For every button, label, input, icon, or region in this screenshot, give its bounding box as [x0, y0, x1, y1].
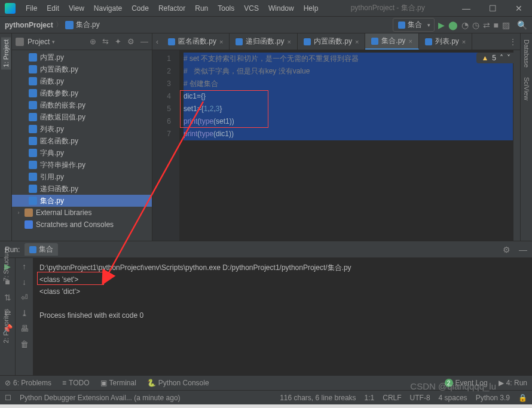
menu-tools[interactable]: Tools [213, 2, 239, 15]
editor-tab[interactable]: 递归函数.py× [230, 33, 297, 50]
close-tab-icon[interactable]: × [287, 38, 291, 45]
editor-scrollbar[interactable] [513, 50, 520, 241]
stop-button[interactable]: ■ [494, 20, 499, 30]
tree-scratches[interactable]: Scratches and Consoles [12, 219, 152, 231]
down-icon[interactable]: ↓ [22, 277, 26, 287]
status-line-sep[interactable]: CRLF [383, 394, 401, 402]
code-token: # 类似于字典，但是只有key 没有value [184, 67, 310, 75]
tree-file[interactable]: 集合.py [12, 195, 152, 207]
menu-refactor[interactable]: Refactor [154, 2, 189, 15]
gear-icon[interactable]: ⚙ [503, 245, 510, 254]
project-tree[interactable]: 内置.py 内置函数.py 函数.py 函数参数.py 函数的嵌套.py 函数返… [12, 50, 152, 241]
attach-button[interactable]: ⇄ [483, 20, 490, 30]
chevron-up-icon[interactable]: ˄ [500, 54, 503, 62]
prev-tab-icon[interactable]: ‹ [152, 38, 162, 46]
run-tab[interactable]: 集合 [25, 243, 58, 256]
profile-button[interactable]: ◷ [472, 20, 479, 30]
menu-code[interactable]: Code [127, 2, 153, 15]
tree-file[interactable]: 字符串操作.py [12, 159, 152, 171]
menu-file[interactable]: File [22, 2, 41, 15]
tool-tab-favorites[interactable]: 2: Favorites [1, 306, 11, 345]
editor-tab[interactable]: 内置函数.py× [298, 33, 365, 50]
project-view-select[interactable]: Project [27, 38, 84, 46]
menu-navigate[interactable]: Navigate [90, 2, 126, 15]
minimize-button[interactable]: — [453, 1, 479, 16]
vcs-button[interactable]: ▨ [502, 20, 510, 30]
maximize-button[interactable]: ☐ [479, 1, 506, 16]
breadcrumb-file[interactable]: 集合.py [76, 20, 100, 30]
tool-tab-todo[interactable]: ≡ TODO [62, 379, 89, 387]
expand-icon[interactable]: ⇆ [102, 37, 109, 46]
menu-help[interactable]: Help [299, 2, 323, 15]
menu-run[interactable]: Run [191, 2, 212, 15]
tree-file[interactable]: 函数返回值.py [12, 111, 152, 123]
search-everywhere-button[interactable]: 🔍 [517, 20, 527, 30]
tree-file[interactable]: 函数参数.py [12, 87, 152, 99]
tool-tab-run[interactable]: ▶ 4: Run [499, 379, 527, 387]
tool-tab-project[interactable]: 1: Project [1, 37, 11, 69]
tool-tab-event-log[interactable]: 2 Event Log [445, 379, 488, 387]
status-indent[interactable]: 4 spaces [439, 394, 467, 402]
inspection-widget[interactable]: ▲5˄˅ [476, 53, 515, 63]
tool-tab-sciview[interactable]: SciView [522, 75, 531, 103]
hide-panel-icon[interactable]: — [519, 245, 527, 254]
console-output[interactable]: D:\pythonProject1\pythonProject\venv\Scr… [33, 258, 532, 375]
tree-file[interactable]: 引用.py [12, 171, 152, 183]
python-file-icon [29, 185, 37, 193]
run-button[interactable]: ▶ [438, 20, 445, 30]
status-interpreter[interactable]: Python 3.9 [476, 394, 510, 402]
tree-file[interactable]: 函数.py [12, 75, 152, 87]
status-caret-pos[interactable]: 1:1 [365, 394, 375, 402]
clear-icon[interactable]: 🗑 [20, 339, 29, 349]
tree-file[interactable]: 递归函数.py [12, 183, 152, 195]
settings-icon[interactable]: ✦ [115, 37, 121, 46]
tool-tab-database[interactable]: Database [522, 37, 531, 70]
tool-tab-terminal[interactable]: ▣ Terminal [100, 379, 136, 387]
close-tab-icon[interactable]: × [408, 38, 412, 45]
code-text[interactable]: # set 不支持索引和切片，是一个无需的不重复得到容器 # 类似于字典，但是只… [180, 50, 513, 241]
chevron-down-icon[interactable]: ˅ [507, 54, 510, 62]
editor-tab[interactable]: 匿名函数.py× [162, 33, 230, 50]
tool-tab-structure[interactable]: 7: Structure [1, 245, 11, 284]
editor-tab[interactable]: 列表.py× [419, 33, 472, 50]
gutter[interactable]: 1 2 3 4 5 6 7 [152, 50, 180, 241]
gear-icon[interactable]: ⚙ [127, 37, 134, 46]
locate-icon[interactable]: ⊕ [90, 37, 96, 46]
menu-window[interactable]: Window [264, 2, 298, 15]
close-tab-icon[interactable]: × [462, 38, 466, 45]
tree-label: External Libraries [36, 208, 91, 217]
tree-file[interactable]: 内置函数.py [12, 63, 152, 75]
tree-ext-libs[interactable]: ›External Libraries [12, 207, 152, 219]
tool-tab-python-console[interactable]: 🐍 Python Console [147, 379, 209, 387]
menu-edit[interactable]: Edit [42, 2, 63, 15]
scroll-end-icon[interactable]: ⤓ [21, 308, 28, 318]
editor-tab[interactable]: 集合.py× [365, 33, 418, 50]
python-icon [398, 22, 405, 29]
close-tab-icon[interactable]: × [355, 38, 359, 45]
tool-tab-problems[interactable]: ⊘ 6: Problems [5, 379, 51, 387]
breadcrumb-project[interactable]: pythonProject [5, 21, 53, 29]
run-config-selector[interactable]: 集合 [393, 18, 435, 32]
breadcrumb[interactable]: pythonProject 〉 集合.py [5, 20, 100, 30]
status-message[interactable]: Python Debugger Extension Avail... (a mi… [20, 394, 181, 402]
coverage-button[interactable]: ◔ [461, 20, 469, 30]
code-pane[interactable]: 1 2 3 4 5 6 7 # set 不支持索引和切片，是一个无需的不重复得到… [152, 50, 520, 241]
tree-file[interactable]: 内置.py [12, 51, 152, 63]
menu-view[interactable]: View [65, 2, 88, 15]
close-button[interactable]: ✕ [506, 1, 532, 16]
close-tab-icon[interactable]: × [219, 38, 223, 45]
tree-file[interactable]: 字典.py [12, 147, 152, 159]
more-tabs-icon[interactable]: ⋮ [506, 38, 520, 46]
hide-panel-icon[interactable]: — [140, 37, 148, 46]
tree-file[interactable]: 函数的嵌套.py [12, 99, 152, 111]
print-icon[interactable]: 🖶 [20, 324, 29, 333]
python-file-icon [371, 38, 378, 45]
lock-icon[interactable]: 🔒 [518, 394, 527, 402]
soft-wrap-icon[interactable]: ⏎ [21, 293, 28, 302]
menu-vcs[interactable]: VCS [240, 2, 263, 15]
up-icon[interactable]: ↑ [22, 262, 26, 271]
status-encoding[interactable]: UTF-8 [410, 394, 430, 402]
tree-file[interactable]: 匿名函数.py [12, 135, 152, 147]
debug-button[interactable]: ⬤ [448, 20, 458, 30]
tree-file[interactable]: 列表.py [12, 123, 152, 135]
